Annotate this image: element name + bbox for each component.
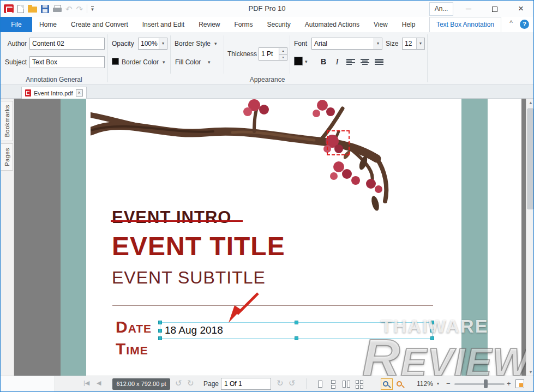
document-tab[interactable]: Event Intro.pdf ×: [21, 87, 87, 99]
ribbon-tab-bar: File Home Create and Convert Insert and …: [1, 17, 533, 32]
selected-annotation-box[interactable]: [327, 130, 350, 155]
last-page-circle-icon[interactable]: ↺: [289, 378, 296, 388]
vertical-scrollbar[interactable]: ▲ ▼: [526, 99, 534, 377]
print-icon[interactable]: [53, 5, 62, 13]
save-icon[interactable]: [41, 5, 49, 13]
open-folder-icon[interactable]: [28, 7, 37, 13]
date-label: Date: [116, 318, 152, 336]
subject-input[interactable]: [29, 56, 105, 68]
italic-icon: I: [336, 57, 339, 66]
scrollbar-thumb[interactable]: [527, 108, 533, 209]
tab-file[interactable]: File: [1, 17, 32, 32]
close-button[interactable]: ×: [508, 1, 533, 17]
align-left-icon[interactable]: [346, 58, 355, 66]
opacity-combo[interactable]: 100% ▾: [138, 38, 167, 50]
tab-security[interactable]: Security: [260, 17, 298, 32]
bold-button[interactable]: B: [317, 56, 329, 68]
first-page-icon[interactable]: |◀: [83, 379, 89, 387]
tab-help[interactable]: Help: [395, 17, 423, 32]
selection-handle[interactable]: [158, 336, 162, 340]
sidebar-item-bookmarks[interactable]: Bookmarks: [1, 101, 13, 141]
page-canvas[interactable]: EVENT INTRO EVENT TITLE EVENT SUBTITLE D…: [14, 99, 526, 377]
page-number-input[interactable]: [221, 378, 271, 390]
pages-label: Pages: [4, 148, 10, 166]
tab-create-and-convert[interactable]: Create and Convert: [64, 17, 135, 32]
close-document-icon[interactable]: ×: [76, 89, 83, 97]
pdf-file-icon: [25, 89, 31, 97]
spinner-down-icon[interactable]: ▾: [279, 54, 287, 61]
fill-color-dropdown-icon[interactable]: ▾: [208, 56, 211, 68]
next-page-circle-icon[interactable]: ↻: [277, 378, 284, 388]
chevron-down-icon[interactable]: ▾: [374, 38, 382, 49]
subgroup-separator: [290, 35, 290, 74]
text-color-dropdown-icon[interactable]: ▾: [305, 56, 308, 68]
zoom-dropdown-icon[interactable]: ▾: [437, 381, 439, 386]
chevron-down-icon[interactable]: ▾: [416, 38, 424, 49]
redo-icon[interactable]: ↷: [76, 5, 83, 13]
align-justify-icon[interactable]: [375, 58, 383, 66]
statusbar-separator: [306, 378, 307, 389]
page-left-accent-bar: [61, 99, 86, 377]
document-tab-bar: Event Intro.pdf ×: [1, 85, 533, 99]
text-color-swatch[interactable]: [294, 57, 303, 65]
truncated-annotation-tab[interactable]: An...: [429, 2, 453, 16]
border-color-swatch[interactable]: [112, 58, 119, 65]
two-page-continuous-view-icon[interactable]: [354, 378, 364, 390]
font-combo[interactable]: Arial ▾: [311, 38, 382, 50]
minimize-button[interactable]: ─: [456, 1, 481, 17]
tab-view[interactable]: View: [367, 17, 395, 32]
author-input[interactable]: [29, 38, 105, 50]
fill-color-label[interactable]: Fill Color: [175, 56, 201, 68]
opacity-label: Opacity: [112, 38, 134, 50]
arrow-annotation: [224, 291, 265, 327]
border-color-label[interactable]: Border Color: [122, 56, 159, 68]
customize-toolbar-icon[interactable]: ▾: [91, 6, 94, 11]
tab-text-box-annotation[interactable]: Text Box Annotation: [429, 17, 501, 32]
continuous-view-icon[interactable]: [328, 378, 338, 390]
zoom-out-icon[interactable]: −: [446, 379, 451, 388]
border-style-dropdown-icon[interactable]: ▾: [214, 38, 217, 50]
tab-forms[interactable]: Forms: [227, 17, 260, 32]
selection-handle[interactable]: [158, 329, 162, 333]
zoom-slider-thumb[interactable]: [484, 379, 488, 388]
undo-icon[interactable]: ↶: [65, 5, 73, 13]
fit-page-icon[interactable]: [515, 379, 524, 388]
tab-insert-and-edit[interactable]: Insert and Edit: [135, 17, 191, 32]
align-center-icon[interactable]: [361, 58, 369, 66]
tab-review[interactable]: Review: [191, 17, 227, 32]
help-icon[interactable]: ?: [520, 20, 529, 29]
border-style-label[interactable]: Border Style: [175, 38, 211, 50]
thickness-spinner[interactable]: 1 Pt ▴ ▾: [259, 47, 287, 61]
author-label: Author: [3, 38, 27, 50]
tab-automated-actions[interactable]: Automated Actions: [298, 17, 367, 32]
new-document-icon[interactable]: [17, 5, 24, 13]
selection-handle[interactable]: [158, 321, 162, 324]
spinner-up-icon[interactable]: ▴: [279, 47, 287, 54]
two-page-view-icon[interactable]: [341, 378, 351, 390]
zoom-level-value[interactable]: 112%: [417, 380, 433, 388]
selection-handle[interactable]: [295, 336, 298, 340]
size-combo[interactable]: 12 ▾: [402, 38, 425, 50]
previous-page-icon[interactable]: ◀: [97, 379, 101, 387]
sidebar-item-pages[interactable]: Pages: [1, 143, 13, 171]
subject-label: Subject: [3, 56, 27, 68]
zoom-slider-track[interactable]: [454, 383, 505, 385]
single-page-view-icon[interactable]: [315, 378, 325, 390]
pdf-app-icon: [4, 4, 14, 13]
zoom-in-icon[interactable]: +: [507, 379, 511, 388]
collapse-ribbon-icon[interactable]: ^: [506, 19, 516, 27]
watermark-line2: REVIEW: [362, 328, 526, 377]
event-subtitle-text: EVENT SUBTITLE: [112, 268, 266, 288]
tab-home[interactable]: Home: [32, 17, 64, 32]
selection-handle[interactable]: [295, 321, 298, 324]
next-view-icon[interactable]: ↻: [187, 378, 194, 388]
previous-view-icon[interactable]: ↺: [175, 378, 182, 388]
border-color-dropdown-icon[interactable]: ▾: [163, 56, 165, 68]
font-label: Font: [294, 38, 307, 50]
scroll-up-icon[interactable]: ▲: [526, 99, 534, 107]
zoom-in-tool-icon[interactable]: [394, 378, 406, 390]
zoom-out-tool-icon[interactable]: [381, 378, 393, 390]
italic-button[interactable]: I: [331, 56, 343, 68]
chevron-down-icon[interactable]: ▾: [159, 38, 167, 49]
maximize-button[interactable]: [482, 1, 507, 17]
